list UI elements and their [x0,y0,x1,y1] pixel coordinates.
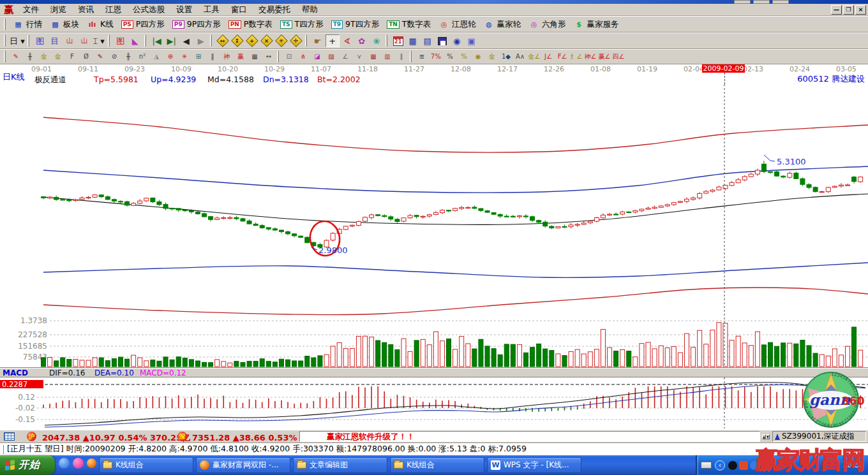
tool-compass-red[interactable]: ⊕ [163,50,177,63]
tool-check-lines[interactable]: ⋎ [352,50,366,63]
toolbar-p-number-table-button[interactable]: PNP数字表 [225,18,276,31]
menu-公式选股[interactable]: 公式选股 [127,4,170,16]
toolbar-9p-square-button[interactable]: P99P四方形 [168,18,225,31]
current-index-panel[interactable]: SZ399001,深证成指 [772,431,866,442]
close-button[interactable]: × [855,5,866,15]
tool-bar-list[interactable]: ≣ [415,50,429,63]
tool-single-candle-dropdown[interactable]: ⌶ ▾ [92,34,106,47]
tray-app-icon[interactable] [739,461,748,470]
taskbar-task-文章编辑图[interactable]: 文章编辑图 [293,457,387,473]
tool-calendar[interactable]: 21 [391,34,405,47]
start-button[interactable]: 开始 [0,455,55,475]
security-shield-icon[interactable] [761,462,770,469]
menu-浏览[interactable]: 浏览 [45,4,72,16]
menu-帮助[interactable]: 帮助 [296,4,324,16]
tool-gann-diamond-all[interactable]: ✛ [289,34,303,47]
menu-交易委托[interactable]: 交易委托 [253,4,296,16]
tool-slash-lines[interactable]: ∥ [394,50,408,63]
tool-gold-angle[interactable]: 金∠ [527,50,541,63]
restore-button[interactable]: ❐ [843,5,854,15]
tool-hand-tool[interactable]: ☛ [311,34,325,47]
tool-tools-box[interactable]: ▣ [465,34,479,47]
tool-f-angle[interactable]: F∠ [555,50,569,63]
tool-save[interactable] [435,34,449,47]
tool-crosshair-tool[interactable]: + [326,34,340,47]
tool-ruler-grid[interactable]: ▦ [248,50,262,63]
tool-h-measure[interactable]: ↔ [262,50,276,63]
tool-j-angle[interactable]: J∠ [541,50,555,63]
tool-box-select[interactable]: ⊡ [282,50,296,63]
tool-pen-grid[interactable]: ✎ [93,50,107,63]
tool-gann-diamond-vmove[interactable]: ↕ [230,34,244,47]
tool-grid-fill[interactable]: ▦ [366,50,380,63]
tool-grid[interactable]: ╫ [23,50,37,63]
tool-grid-doc[interactable]: ▥ [380,50,394,63]
tool-grid-plain[interactable]: ╫ [121,50,135,63]
taskbar-task-WPS 文字 - [K线...[interactable]: WWPS 文字 - [K线... [487,457,581,473]
tool-f-grid[interactable]: F [65,50,79,63]
toolbar-gann-wheel-button[interactable]: ◎江恩轮 [435,18,480,31]
tool-color-trend[interactable]: ◣ [128,34,142,47]
qq-icon[interactable] [728,461,737,470]
tool-fan-lines[interactable]: ⋔ [296,50,310,63]
tool-send-web[interactable]: ◉ [450,34,464,47]
tool-a-peak[interactable]: A∧ [513,50,527,63]
tool-compass-grid[interactable]: ⊞ [191,50,206,63]
menu-窗口[interactable]: 窗口 [225,4,253,16]
menu-设置[interactable]: 设置 [170,4,198,16]
tool-double-bar[interactable]: ‖ [206,50,220,63]
tool-vol-bars-9[interactable]: 山 [77,34,91,47]
app-icon[interactable] [73,458,84,469]
tool-calculator[interactable]: ▦ [406,34,420,47]
tool-s-angle[interactable]: 纟∠ [569,50,583,63]
menu-资讯[interactable]: 资讯 [72,4,100,16]
tool-gold-bars[interactable]: 金 [485,50,499,63]
tool-pattern-brain[interactable]: ❀ [370,34,384,47]
tool-gann-diamond-plus[interactable]: + [245,34,259,47]
tool-angle-draw[interactable]: ∠ [338,50,352,63]
tool-f10-info[interactable]: 目 [48,34,62,47]
tool-gold-coin[interactable]: ◉ [471,50,485,63]
tool-triangle-tool[interactable]: ◮ [149,50,163,63]
language-bar-button[interactable]: ‹ [715,460,725,471]
tool-gann-diamond-star[interactable]: ✳ [274,34,288,47]
menu-江恩[interactable]: 江恩 [100,4,127,16]
tool-four-angle[interactable]: 四∠ [611,50,625,63]
toolbar-9t-square-button[interactable]: T99T四方形 [327,18,384,31]
tool-nav-last[interactable]: ▶| [165,34,179,47]
tool-notes[interactable]: ▤ [421,34,435,47]
toolbar-t-number-table-button[interactable]: TNT数字表 [383,18,435,31]
msn-icon[interactable] [750,461,759,470]
tool-one-diamond[interactable]: 1◆ [499,50,513,63]
toolbar-quotes-button[interactable]: ▦行情 [9,18,46,31]
toolbar-winner-wheel-button[interactable]: ◍赢家轮 [479,18,525,31]
tool-nav-next[interactable]: ▶ [194,34,208,47]
keyboard-icon[interactable] [701,462,712,469]
tool-pen[interactable]: ✎ [9,50,23,63]
tool-compass-star[interactable]: ✳ [177,50,191,63]
tool-gann-diamond-hmove[interactable]: ↔ [216,34,230,47]
tool-gold-grid-1[interactable]: 金 [37,50,51,63]
message-spinner[interactable]: ▲▼ [762,431,770,442]
tool-pct-7[interactable]: 7% [429,50,443,63]
menu-工具[interactable]: 工具 [198,4,225,16]
tool-god-grid[interactable]: 神 [220,50,234,63]
toolbar-p-square-button[interactable]: PSP四方形 [117,18,168,31]
quote-table-icon[interactable] [4,432,15,441]
tool-gann-flower[interactable]: ✿ [355,34,369,47]
firefox-icon[interactable] [87,458,96,468]
tool-gann-diamond-cross[interactable]: × [260,34,274,47]
ie-icon[interactable] [59,458,70,469]
toolbar-sectors-button[interactable]: ▩板块 [46,18,83,31]
tool-win-grid[interactable]: 赢 [234,50,248,63]
toolbar-kline-button[interactable]: ılıK线 [83,18,117,31]
menu-文件[interactable]: 文件 [17,4,45,16]
tool-pct[interactable]: % [443,50,457,63]
toolbar-winner-service-button[interactable]: $赢家服务 [569,18,622,31]
tool-fan-grid[interactable]: ▨ [324,50,338,63]
taskbar-task-K线组合[interactable]: K线组合 [390,457,484,473]
toolbar-t-square-button[interactable]: TST四方形 [276,18,327,31]
tool-fan-box[interactable]: ◪ [310,50,324,63]
tool-nav-prev[interactable]: ◀ [179,34,193,47]
tool-win-angle[interactable]: 赢∠ [597,50,611,63]
